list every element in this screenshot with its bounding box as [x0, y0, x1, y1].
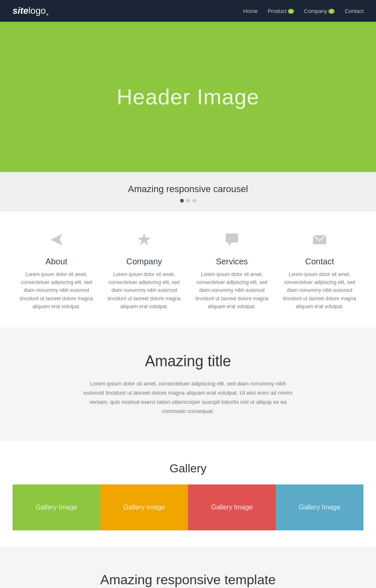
nav-link-contact[interactable]: Contact — [345, 8, 363, 14]
svg-marker-1 — [137, 233, 151, 246]
logo-site-text: site — [13, 5, 28, 16]
svg-marker-0 — [51, 234, 62, 246]
mail-icon — [280, 232, 359, 251]
feature-company-text: Lorem ipsum dolor sit amet, consectetuer… — [104, 271, 184, 311]
carousel-dot-2[interactable] — [186, 199, 190, 203]
feature-services: Services Lorem ipsum dolor sit amet, con… — [188, 232, 276, 311]
svg-marker-3 — [229, 243, 232, 246]
gallery-item-1-label: Gallery Image — [36, 504, 77, 511]
arrow-icon — [17, 232, 96, 251]
feature-company-title: Company — [104, 257, 184, 266]
carousel-dots — [0, 199, 376, 203]
about-title: Amazing title — [13, 352, 363, 370]
feature-about-title: About — [17, 257, 96, 266]
gallery-grid: Gallery Image Gallery Image Gallery Imag… — [13, 484, 363, 530]
nav-link-product[interactable]: Product — [268, 8, 287, 14]
nav-links: Home Product6 Company2 Contact — [243, 7, 363, 15]
feature-contact-title: Contact — [280, 257, 359, 266]
nav-item-contact[interactable]: Contact — [345, 7, 363, 15]
template-title: Amazing responsive template — [13, 572, 363, 588]
feature-services-title: Services — [192, 257, 272, 266]
svg-rect-2 — [226, 233, 238, 243]
navbar: sitelogo. Home Product6 Company2 Contact — [0, 0, 376, 22]
template-section: Amazing responsive template Lorem ipsum … — [0, 547, 376, 588]
hero-section: Header Image — [0, 22, 376, 172]
nav-item-home[interactable]: Home — [243, 7, 258, 15]
gallery-title: Gallery — [13, 462, 363, 475]
gallery-item-3[interactable]: Gallery Image — [188, 484, 276, 530]
feature-about-text: Lorem ipsum dolor sit amet, consectetuer… — [17, 271, 96, 311]
gallery-section: Gallery Gallery Image Gallery Image Gall… — [0, 441, 376, 547]
about-section: Amazing title Lorem ipsum dolor sit amet… — [0, 327, 376, 441]
nav-link-home[interactable]: Home — [243, 8, 258, 14]
carousel-title: Amazing responsive carousel — [0, 184, 376, 195]
gallery-item-4[interactable]: Gallery Image — [276, 484, 363, 530]
carousel-dot-1[interactable] — [180, 199, 184, 203]
logo[interactable]: sitelogo. — [13, 5, 49, 16]
nav-link-company[interactable]: Company — [304, 8, 328, 14]
company-badge: 2 — [328, 9, 335, 14]
about-text: Lorem ipsum dolor sit amet, consectetuer… — [79, 379, 297, 416]
feature-about: About Lorem ipsum dolor sit amet, consec… — [13, 232, 100, 311]
features-section: About Lorem ipsum dolor sit amet, consec… — [0, 211, 376, 327]
carousel-section: Amazing responsive carousel — [0, 172, 376, 211]
carousel-dot-3[interactable] — [193, 199, 196, 203]
logo-logo-text: logo — [28, 5, 46, 16]
chat-icon — [192, 232, 272, 251]
nav-item-product[interactable]: Product6 — [268, 7, 294, 15]
gallery-item-4-label: Gallery Image — [299, 504, 340, 511]
star-icon — [104, 232, 184, 251]
gallery-item-2[interactable]: Gallery Image — [100, 484, 188, 530]
feature-company: Company Lorem ipsum dolor sit amet, cons… — [100, 232, 188, 311]
gallery-item-1[interactable]: Gallery Image — [13, 484, 100, 530]
feature-contact: Contact Lorem ipsum dolor sit amet, cons… — [276, 232, 363, 311]
feature-services-text: Lorem ipsum dolor sit amet, consectetuer… — [192, 271, 272, 311]
product-badge: 6 — [288, 9, 294, 14]
nav-item-company[interactable]: Company2 — [304, 7, 335, 15]
feature-contact-text: Lorem ipsum dolor sit amet, consectetuer… — [280, 271, 359, 311]
gallery-item-2-label: Gallery Image — [123, 504, 165, 511]
hero-title: Header Image — [117, 84, 259, 109]
gallery-item-3-label: Gallery Image — [211, 504, 253, 511]
